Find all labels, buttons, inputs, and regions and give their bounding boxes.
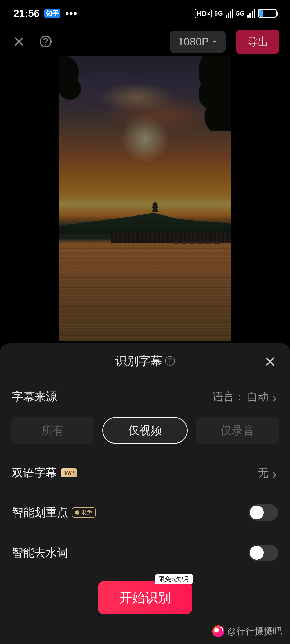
status-left: 21:56 知乎 •••	[13, 8, 78, 19]
resolution-dropdown[interactable]: 1080P	[170, 31, 226, 53]
language-value: 自动	[247, 389, 269, 404]
battery-icon	[258, 9, 277, 18]
panel-header: 识别字幕 ?	[11, 343, 279, 378]
video-preview[interactable]	[59, 56, 231, 341]
chevron-right-icon	[271, 393, 278, 400]
svg-point-1	[45, 44, 46, 45]
language-selector[interactable]: 语言： 自动	[213, 389, 278, 404]
quota-badge: 限免5次/月	[155, 574, 193, 584]
signal-2-icon	[247, 9, 255, 18]
subtitle-panel: 识别字幕 ? 字幕来源 语言： 自动 所有 仅视频 仅录音 双语字幕 VIP 无	[0, 343, 290, 644]
panel-title: 识别字幕 ?	[11, 353, 279, 369]
status-right: HD2 5G 5G	[195, 9, 277, 18]
highlight-row: 智能划重点 限免	[11, 494, 279, 531]
hd-icon: HD2	[195, 9, 212, 18]
chevron-right-icon	[271, 469, 278, 477]
remove-filler-row: 智能去水词	[11, 534, 279, 572]
tab-audio-only[interactable]: 仅录音	[196, 417, 279, 444]
weibo-watermark: @行行摄摄吧	[212, 625, 282, 638]
language-prefix: 语言：	[213, 389, 245, 404]
bilingual-value: 无	[258, 466, 278, 480]
remove-filler-toggle[interactable]	[249, 545, 278, 561]
network-1-label: 5G	[214, 10, 223, 17]
source-row: 字幕来源 语言： 自动	[11, 378, 279, 415]
close-button[interactable]	[11, 34, 27, 50]
bilingual-label: 双语字幕 VIP	[12, 465, 77, 480]
panel-close-button[interactable]	[264, 355, 277, 368]
help-button[interactable]	[38, 34, 54, 50]
vip-badge-icon: VIP	[61, 468, 77, 477]
source-tabs: 所有 仅视频 仅录音	[11, 415, 279, 455]
status-time: 21:56	[13, 8, 39, 19]
start-recognition-button[interactable]: 开始识别	[98, 581, 192, 614]
panel-footer: 限免5次/月 开始识别	[0, 581, 290, 614]
signal-1-icon	[226, 9, 233, 18]
bilingual-row[interactable]: 双语字幕 VIP 无	[11, 455, 279, 491]
weibo-icon	[212, 625, 224, 637]
highlight-label: 智能划重点 限免	[12, 505, 96, 520]
chevron-down-icon	[212, 39, 218, 45]
preview-area	[0, 56, 290, 341]
zhihu-app-icon: 知乎	[44, 9, 60, 18]
highlight-toggle[interactable]	[249, 504, 278, 521]
editor-top-bar: 1080P 导出	[0, 27, 290, 56]
help-icon[interactable]: ?	[165, 356, 175, 366]
weibo-handle: @行行摄摄吧	[227, 625, 282, 638]
tab-all[interactable]: 所有	[11, 417, 94, 444]
status-bar: 21:56 知乎 ••• HD2 5G 5G	[0, 0, 290, 27]
network-2-label: 5G	[236, 10, 245, 17]
export-button[interactable]: 导出	[236, 30, 279, 54]
free-badge-icon: 限免	[72, 507, 96, 518]
tab-video-only[interactable]: 仅视频	[102, 417, 187, 444]
source-label: 字幕来源	[12, 389, 57, 404]
remove-filler-label: 智能去水词	[12, 545, 68, 560]
resolution-value: 1080P	[178, 36, 209, 48]
more-notifications-icon: •••	[65, 8, 78, 19]
